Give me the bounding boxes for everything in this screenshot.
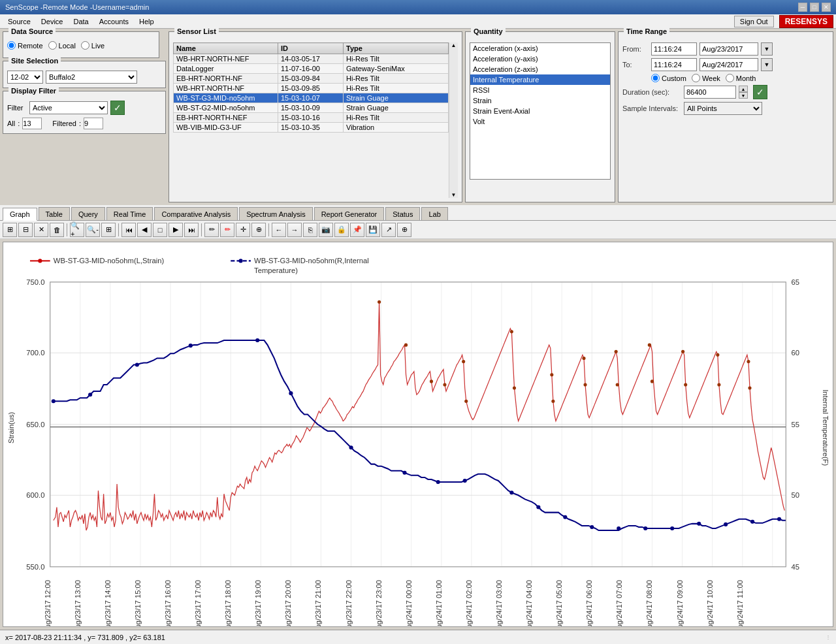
from-date-dropdown[interactable]: ▼ [761,42,773,56]
quantity-item[interactable]: Strain [470,95,610,106]
tool-clear[interactable]: ✕ [34,223,48,237]
week-radio[interactable]: Week [692,74,720,82]
week-radio-input[interactable] [692,74,700,82]
tool-export[interactable]: ↗ [381,223,396,237]
from-date-input[interactable] [699,42,758,56]
tool-arrow-right[interactable]: → [287,223,302,237]
scroll-down-btn[interactable]: ▼ [451,192,457,198]
quantity-item[interactable]: Strain Event-Axial [470,106,610,116]
resize-handle[interactable]: ⋮ [826,634,831,640]
svg-text:Aug/23/17 22:00: Aug/23/17 22:00 [345,580,353,626]
tool-last[interactable]: ⏭ [184,223,199,237]
tool-lock[interactable]: 🔒 [334,223,349,237]
month-radio-input[interactable] [726,74,734,82]
tool-next[interactable]: ▶ [169,223,183,237]
tool-add[interactable]: ⊕ [397,223,411,237]
sensor-scrollbar[interactable]: ▲ ▼ [449,42,458,198]
live-radio[interactable]: Live [81,41,104,50]
duration-down-btn[interactable]: ▼ [739,92,748,99]
tab-report[interactable]: Report Generator [314,207,385,220]
from-time-input[interactable] [651,42,697,56]
month-radio[interactable]: Month [726,74,756,82]
svg-point-78 [430,379,433,383]
menu-device[interactable]: Device [36,16,69,27]
to-time-input[interactable] [651,58,697,71]
quantity-item[interactable]: Acceleration (x-axis) [470,43,610,54]
tab-realtime[interactable]: Real Time [106,207,153,220]
duration-apply-button[interactable]: ✓ [753,85,767,99]
sensor-table-row[interactable]: EB-HRT-NORTH-NEF15-03-10-16Hi-Res Tilt [174,113,449,123]
tool-zoom-in[interactable]: 🔍+ [70,223,84,237]
custom-radio-input[interactable] [651,74,660,82]
tool-crosshair[interactable]: ✛ [236,223,250,237]
sensor-table-row[interactable]: WB-HRT-NORTH-NEF14-03-05-17Hi-Res Tilt [174,54,449,64]
sensor-table-row[interactable]: WB-HRT-NORTH-NF15-03-09-85Hi-Res Tilt [174,84,449,93]
tool-table[interactable]: ⊟ [18,223,33,237]
svg-text:Aug/23/17 23:00: Aug/23/17 23:00 [375,580,383,626]
close-button[interactable]: ✕ [822,3,831,12]
to-date-input[interactable] [699,58,758,71]
local-radio-input[interactable] [48,41,57,50]
col-id[interactable]: ID [278,43,344,54]
col-type[interactable]: Type [344,43,449,54]
sensor-table-row[interactable]: DataLogger11-07-16-00Gateway-SeniMax [174,64,449,74]
local-radio[interactable]: Local [48,41,76,50]
tool-grid[interactable]: ⊞ [3,223,17,237]
menu-accounts[interactable]: Accounts [94,16,134,27]
tool-copy[interactable]: ⎘ [303,223,317,237]
site-id-select[interactable]: 12-02 [7,71,43,84]
site-name-select[interactable]: Buffalo2 [46,71,137,84]
menu-data[interactable]: Data [68,16,93,27]
svg-text:Aug/24/17 11:00: Aug/24/17 11:00 [736,580,744,626]
sensor-table-row[interactable]: WB-ST-G2-MID-no5ohm15-03-10-09Strain Gua… [174,103,449,113]
tab-table[interactable]: Table [39,207,70,220]
tool-prev[interactable]: ◀ [137,223,152,237]
tab-comparative[interactable]: Comparative Analysis [154,207,238,220]
tool-pin[interactable]: 📌 [350,223,364,237]
minimize-button[interactable]: ─ [798,3,807,12]
col-name[interactable]: Name [174,43,278,54]
tool-first[interactable]: ⏮ [121,223,136,237]
filter-select[interactable]: Active All Inactive [29,101,108,114]
tab-spectrum[interactable]: Spectrum Analysis [239,207,312,220]
remote-radio-input[interactable] [7,41,16,50]
to-date-dropdown[interactable]: ▼ [761,58,773,71]
tool-pen[interactable]: ✏ [204,223,219,237]
filter-apply-button[interactable]: ✓ [110,101,125,115]
sensor-table-row[interactable]: WB-VIB-MID-G3-UF15-03-10-35Vibration [174,123,449,133]
maximize-button[interactable]: □ [810,3,819,12]
menu-source[interactable]: Source [3,16,36,27]
tab-status[interactable]: Status [385,207,420,220]
window-controls[interactable]: ─ □ ✕ [798,3,831,12]
tab-graph[interactable]: Graph [3,208,37,221]
quantity-item[interactable]: Acceleration (z-axis) [470,64,610,74]
duration-spin[interactable]: ▲ ▼ [739,86,748,99]
tool-delete[interactable]: 🗑 [50,223,64,237]
duration-up-btn[interactable]: ▲ [739,86,748,92]
quantity-item[interactable]: Internal Temperature [470,74,610,85]
tool-plus-v[interactable]: ⊕ [251,223,266,237]
tool-zoom-out[interactable]: 🔍- [86,223,100,237]
sample-select[interactable]: All Points 1 min 5 min 15 min 30 min 1 h… [684,102,762,115]
tool-camera[interactable]: 📷 [319,223,333,237]
remote-radio[interactable]: Remote [7,41,43,50]
tab-query[interactable]: Query [71,207,105,220]
sign-out-button[interactable]: Sign Out [734,16,774,27]
quantity-item[interactable]: RSSI [470,85,610,95]
tool-select[interactable]: □ [153,223,167,237]
tool-arrow-left[interactable]: ← [272,223,286,237]
custom-radio[interactable]: Custom [651,74,686,82]
sensor-table-row[interactable]: EB-HRT-NORTH-NF15-03-09-84Hi-Res Tilt [174,74,449,84]
tab-lab[interactable]: Lab [421,207,447,220]
tool-pen-red[interactable]: ✏ [220,223,234,237]
tool-save[interactable]: 💾 [366,223,380,237]
quantity-item[interactable]: Volt [470,116,610,127]
live-radio-input[interactable] [81,41,89,50]
duration-input[interactable] [684,86,736,99]
quantity-list[interactable]: Acceleration (x-axis)Acceleration (y-axi… [470,42,611,180]
sensor-table-row[interactable]: WB-ST-G3-MID-no5ohm15-03-10-07Strain Gua… [174,93,449,103]
menu-help[interactable]: Help [134,16,159,27]
scroll-up-btn[interactable]: ▲ [451,42,457,48]
tool-grid2[interactable]: ⊞ [101,223,116,237]
quantity-item[interactable]: Acceleration (y-axis) [470,54,610,64]
